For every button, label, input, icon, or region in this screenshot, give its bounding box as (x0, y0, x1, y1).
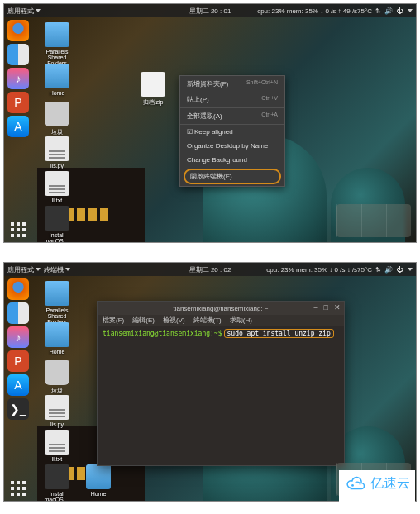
launcher-dock: ♪ P A (4, 17, 32, 226)
show-applications-button[interactable] (9, 221, 27, 239)
folder-icon (45, 322, 69, 347)
desktop-icon-trash[interactable]: 垃圾 (41, 360, 74, 395)
terminal-menubar: 檔案(F) 編輯(E) 檢視(V) 終端機(T) 求助(H) (98, 315, 344, 326)
blurred-region (336, 204, 411, 237)
files-icon[interactable] (7, 302, 29, 324)
menu-item-change-bg[interactable]: Change Background (180, 153, 284, 167)
chevron-down-icon (36, 268, 41, 271)
watermark-text: 亿速云 (370, 475, 410, 493)
screenshot-1: 應用程式 星期二 20 : 01 cpu: 23% mem: 35% ↓ 0 /… (3, 3, 417, 243)
desktop-context-menu: 新增資料夾(F)Shift+Ctrl+N 貼上(P)Ctrl+V 全部選取(A)… (179, 75, 285, 187)
desktop-icon-lispy[interactable]: lis.py (41, 136, 74, 169)
installer-icon (45, 206, 69, 231)
terminal-icon[interactable]: ❯_ (7, 398, 29, 420)
stats-text: cpu: 23% mem: 35% ↓ 0 /s ↓ /s75°C (266, 266, 372, 274)
stats-text: cpu: 23% mem: 35% ↓ 0 /s ↑ 49 /s75°C (257, 7, 372, 15)
desktop-icon-install[interactable]: Install macOS ... (41, 464, 74, 502)
top-panel: 應用程式 星期二 20 : 01 cpu: 23% mem: 35% ↓ 0 /… (4, 4, 416, 17)
menu-item-new-folder[interactable]: 新增資料夾(F)Shift+Ctrl+N (180, 76, 284, 92)
menu-item-select-all[interactable]: 全部選取(A)Ctrl+A (180, 107, 284, 124)
sound-icon[interactable]: 🔊 (384, 266, 393, 274)
menu-file[interactable]: 檔案(F) (103, 316, 124, 325)
launcher-dock: ♪ P A ❯_ (4, 276, 32, 484)
file-icon (45, 430, 69, 455)
desktop-icon-parallels[interactable]: Parallels Shared Folders (41, 281, 74, 325)
folder-icon (86, 464, 111, 489)
svg-point-0 (351, 484, 354, 487)
folder-icon (45, 281, 69, 306)
chevron-down-icon (65, 268, 70, 271)
close-button[interactable]: ✕ (334, 303, 341, 312)
terminal-body[interactable]: tiansemixiang@tiansemixiang:~$sudo apt i… (98, 326, 344, 340)
file-icon (45, 171, 69, 196)
music-icon[interactable]: ♪ (7, 68, 29, 89)
firefox-icon[interactable] (7, 278, 29, 300)
appstore-icon[interactable]: A (7, 116, 29, 137)
desktop-icon-lltxt[interactable]: ll.txt (41, 430, 74, 462)
terminal-prompt: tiansemixiang@tiansemixiang:~$ (103, 330, 222, 337)
check-icon: ☑ (187, 128, 194, 136)
installer-icon (45, 464, 69, 489)
chevron-down-icon (408, 9, 413, 12)
folder-icon (45, 22, 69, 47)
cloud-icon (344, 476, 367, 493)
menu-item-open-terminal[interactable]: 開啟終端機(E) (184, 169, 281, 184)
menu-edit[interactable]: 編輯(E) (132, 316, 155, 325)
desktop-icon-home[interactable]: Home (41, 322, 74, 355)
minimize-button[interactable]: – (314, 303, 318, 312)
system-indicators[interactable]: cpu: 23% mem: 35% ↓ 0 /s ↓ /s75°C ⇅ 🔊 ⏻ (266, 266, 413, 274)
system-indicators[interactable]: cpu: 23% mem: 35% ↓ 0 /s ↑ 49 /s75°C ⇅ 🔊… (257, 7, 413, 15)
power-icon[interactable]: ⏻ (396, 7, 403, 15)
desktop-icon-trash[interactable]: 垃圾 (41, 102, 74, 136)
zip-icon (141, 72, 165, 97)
app-menu[interactable]: 應用程式 (7, 7, 41, 16)
desktop-icon-home[interactable]: Home (41, 64, 74, 96)
menu-item-keep-aligned[interactable]: ☑Keep aligned (180, 124, 284, 139)
desktop-icon-lispy[interactable]: lis.py (41, 395, 74, 427)
network-icon[interactable]: ⇅ (375, 7, 381, 15)
chevron-down-icon (408, 268, 413, 271)
terminal-titlebar[interactable]: tiansemixiang@tiansemixiang: ~ – □ ✕ (98, 302, 344, 315)
terminal-window[interactable]: tiansemixiang@tiansemixiang: ~ – □ ✕ 檔案(… (97, 301, 345, 466)
menu-help[interactable]: 求助(H) (230, 316, 252, 325)
trash-icon (45, 360, 69, 385)
show-applications-button[interactable] (9, 479, 27, 497)
folder-icon (45, 64, 69, 88)
network-icon[interactable]: ⇅ (375, 266, 381, 274)
menu-terminal[interactable]: 終端機(T) (193, 316, 222, 325)
file-icon (45, 395, 69, 420)
desktop-icon-zip[interactable]: 归档.zip (136, 72, 169, 107)
powerpoint-icon[interactable]: P (7, 350, 29, 372)
sound-icon[interactable]: 🔊 (384, 7, 393, 15)
music-icon[interactable]: ♪ (7, 326, 29, 348)
powerpoint-icon[interactable]: P (7, 92, 29, 113)
chevron-down-icon (36, 9, 41, 12)
clock[interactable]: 星期二 20 : 02 (189, 265, 231, 274)
desktop-icon-home2[interactable]: Home (82, 464, 115, 497)
terminal-command: sudo apt install unzip zip (224, 329, 334, 338)
app-menu[interactable]: 應用程式 終端機 (7, 265, 70, 274)
terminal-title-text: tiansemixiang@tiansemixiang: ~ (173, 305, 268, 312)
menu-view[interactable]: 檢視(V) (163, 316, 185, 325)
appstore-icon[interactable]: A (7, 374, 29, 396)
clock[interactable]: 星期二 20 : 01 (189, 7, 231, 16)
files-icon[interactable] (7, 44, 29, 65)
firefox-icon[interactable] (7, 20, 29, 41)
menu-item-paste[interactable]: 貼上(P)Ctrl+V (180, 92, 284, 107)
top-panel: 應用程式 終端機 星期二 20 : 02 cpu: 23% mem: 35% ↓… (4, 263, 416, 276)
file-icon (45, 136, 69, 161)
watermark: 亿速云 (339, 470, 415, 505)
desktop-icon-lltxt[interactable]: ll.txt (41, 171, 74, 203)
desktop-icon-install[interactable]: Install macOS ... (41, 206, 74, 243)
menu-item-organize[interactable]: Organize Desktop by Name (180, 139, 284, 153)
desktop-icon-parallels[interactable]: Parallels Shared Folders (41, 22, 74, 66)
maximize-button[interactable]: □ (324, 303, 328, 312)
screenshot-2: 應用程式 終端機 星期二 20 : 02 cpu: 23% mem: 35% ↓… (3, 262, 417, 502)
trash-icon (45, 102, 69, 126)
power-icon[interactable]: ⏻ (396, 266, 403, 274)
